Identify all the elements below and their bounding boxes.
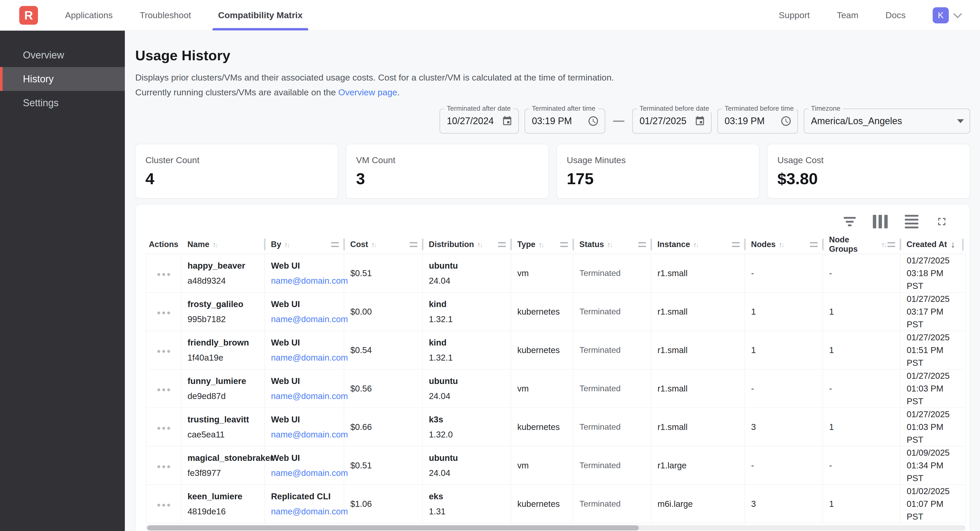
column-menu-icon[interactable] bbox=[810, 242, 818, 247]
by-email-link[interactable]: name@domain.com bbox=[271, 353, 348, 362]
nav-item-troubleshoot[interactable]: Troubleshoot bbox=[140, 0, 191, 30]
by-email-link[interactable]: name@domain.com bbox=[271, 276, 348, 285]
node-groups-cell: 1 bbox=[823, 408, 900, 446]
column-resize-handle[interactable] bbox=[510, 238, 512, 250]
usage-table-card: Actions Name By Cost Distribution Type S… bbox=[135, 204, 970, 531]
sidebar-item-history[interactable]: History bbox=[0, 67, 125, 91]
clock-icon[interactable] bbox=[780, 115, 792, 127]
column-header-node-groups[interactable]: Node Groups bbox=[823, 235, 900, 254]
nav-item-docs[interactable]: Docs bbox=[886, 0, 905, 30]
sort-icons[interactable] bbox=[371, 240, 377, 249]
row-actions-button[interactable] bbox=[155, 424, 173, 432]
app-logo[interactable]: R bbox=[19, 6, 38, 25]
by-email-link[interactable]: name@domain.com bbox=[271, 314, 348, 324]
column-resize-handle[interactable] bbox=[264, 238, 266, 250]
column-resize-handle[interactable] bbox=[744, 238, 746, 250]
field-value: 03:19 PM bbox=[725, 116, 765, 127]
nodes-cell: 1 bbox=[745, 293, 823, 331]
calendar-icon[interactable] bbox=[502, 116, 512, 127]
column-resize-handle[interactable] bbox=[962, 238, 964, 250]
stat-card-vm-count: VM Count 3 bbox=[346, 144, 549, 198]
type-cell: vm bbox=[511, 254, 573, 293]
columns-icon[interactable] bbox=[873, 215, 888, 228]
column-menu-icon[interactable] bbox=[410, 242, 417, 247]
sort-icons[interactable] bbox=[477, 240, 483, 249]
nodes-cell: 3 bbox=[745, 408, 823, 446]
column-resize-handle[interactable] bbox=[822, 238, 824, 250]
distribution-name: eks bbox=[429, 491, 506, 502]
column-resize-handle[interactable] bbox=[573, 238, 574, 250]
sort-icons[interactable] bbox=[693, 240, 699, 249]
row-actions-button[interactable] bbox=[155, 347, 173, 355]
row-actions-button[interactable] bbox=[155, 270, 173, 279]
terminated-before-time-field[interactable]: Terminated before time 03:19 PM bbox=[718, 109, 798, 133]
column-header-by[interactable]: By bbox=[265, 235, 344, 254]
column-resize-handle[interactable] bbox=[651, 238, 652, 250]
timezone-select[interactable]: Timezone America/Los_Angeles bbox=[803, 109, 970, 133]
column-header-nodes[interactable]: Nodes bbox=[745, 235, 823, 254]
column-header-type[interactable]: Type bbox=[511, 235, 573, 254]
horizontal-scrollbar-track[interactable] bbox=[146, 525, 966, 531]
clock-icon[interactable] bbox=[587, 115, 599, 127]
field-label: Terminated after date bbox=[444, 105, 514, 113]
column-menu-icon[interactable] bbox=[638, 242, 646, 247]
column-menu-icon[interactable] bbox=[560, 242, 568, 247]
column-header-created-at[interactable]: Created At bbox=[900, 235, 966, 254]
sort-icons[interactable] bbox=[881, 240, 888, 249]
sort-icons[interactable] bbox=[539, 240, 545, 249]
sort-icons[interactable] bbox=[213, 240, 218, 249]
column-menu-icon[interactable] bbox=[331, 242, 339, 247]
distribution-name: k3s bbox=[429, 414, 506, 425]
sidebar-item-overview[interactable]: Overview bbox=[0, 43, 125, 67]
column-resize-handle[interactable] bbox=[343, 238, 345, 250]
calendar-icon[interactable] bbox=[694, 116, 705, 127]
nav-item-compatibility-matrix[interactable]: Compatibility Matrix bbox=[218, 0, 303, 30]
by-email-link[interactable]: name@domain.com bbox=[271, 507, 348, 516]
sidebar: Overview History Settings bbox=[0, 31, 125, 531]
filter-icon[interactable] bbox=[844, 217, 856, 226]
overview-page-link[interactable]: Overview page bbox=[338, 87, 398, 97]
by-email-link[interactable]: name@domain.com bbox=[271, 391, 348, 401]
node-groups-cell: 1 bbox=[823, 331, 900, 369]
fullscreen-icon[interactable] bbox=[935, 216, 948, 228]
row-actions-button[interactable] bbox=[155, 309, 173, 317]
sort-icons[interactable] bbox=[607, 240, 613, 249]
stat-card-cluster-count: Cluster Count 4 bbox=[135, 144, 338, 198]
column-header-cost[interactable]: Cost bbox=[344, 235, 423, 254]
column-header-name[interactable]: Name bbox=[181, 235, 265, 254]
sort-icons[interactable] bbox=[779, 240, 785, 249]
filter-bar: Terminated after date 10/27/2024 Termina… bbox=[135, 109, 970, 133]
sort-icons[interactable] bbox=[284, 240, 290, 249]
type-cell: kubernetes bbox=[511, 331, 573, 369]
column-header-status[interactable]: Status bbox=[573, 235, 651, 254]
column-menu-icon[interactable] bbox=[498, 242, 506, 247]
column-resize-handle[interactable] bbox=[422, 238, 423, 250]
sidebar-item-settings[interactable]: Settings bbox=[0, 91, 125, 115]
by-email-link[interactable]: name@domain.com bbox=[271, 468, 348, 478]
horizontal-scrollbar-thumb[interactable] bbox=[147, 525, 639, 531]
row-actions-button[interactable] bbox=[155, 463, 173, 471]
user-menu-button[interactable]: K bbox=[933, 7, 961, 24]
by-email-link[interactable]: name@domain.com bbox=[271, 430, 348, 439]
column-menu-icon[interactable] bbox=[732, 242, 740, 247]
column-resize-handle[interactable] bbox=[900, 238, 901, 250]
terminated-after-date-field[interactable]: Terminated after date 10/27/2024 bbox=[439, 109, 519, 133]
row-actions-button[interactable] bbox=[155, 386, 173, 394]
nav-item-team[interactable]: Team bbox=[837, 0, 858, 30]
density-icon[interactable] bbox=[905, 215, 918, 228]
column-menu-icon[interactable] bbox=[888, 242, 895, 247]
nav-item-support[interactable]: Support bbox=[779, 0, 810, 30]
row-actions-button[interactable] bbox=[155, 501, 173, 509]
column-header-instance[interactable]: Instance bbox=[651, 235, 745, 254]
status-cell: Terminated bbox=[573, 254, 651, 293]
nav-item-applications[interactable]: Applications bbox=[65, 0, 113, 30]
terminated-after-time-field[interactable]: Terminated after time 03:19 PM bbox=[525, 109, 605, 133]
column-header-distribution[interactable]: Distribution bbox=[423, 235, 511, 254]
chevron-down-icon bbox=[953, 10, 962, 19]
sort-desc-icon[interactable] bbox=[951, 239, 955, 250]
terminated-before-date-field[interactable]: Terminated before date 01/27/2025 bbox=[632, 109, 711, 133]
created-date: 01/02/2025 bbox=[907, 485, 961, 498]
cluster-name: keen_lumiere bbox=[188, 491, 260, 502]
stat-value: 3 bbox=[356, 170, 539, 188]
stat-label: Usage Minutes bbox=[567, 155, 749, 165]
